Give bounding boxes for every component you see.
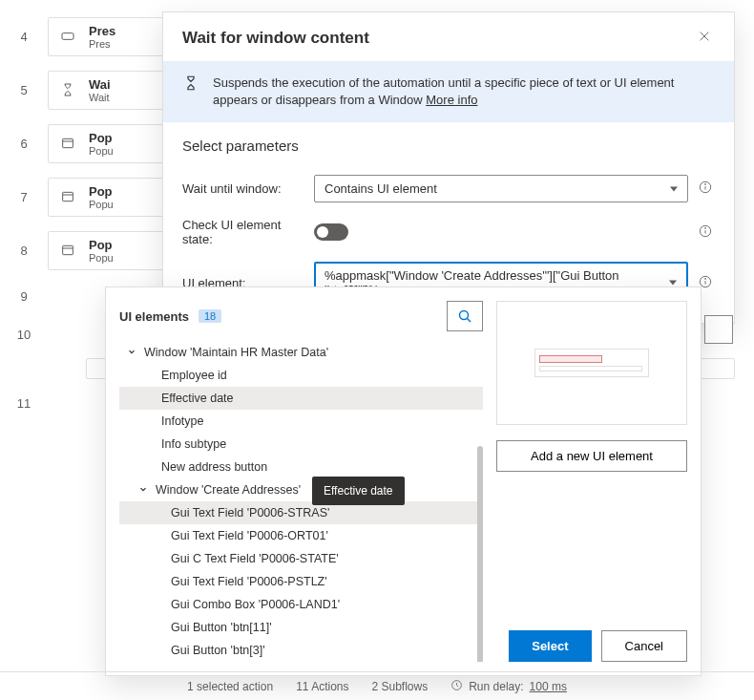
tree-item[interactable]: Gui C Text Field 'P0006-STATE' xyxy=(119,547,483,570)
tree-group-label: Window 'Maintain HR Master Data' xyxy=(144,346,328,359)
action-title: Pop xyxy=(89,238,114,252)
action-subtitle: Wait xyxy=(89,92,111,103)
preview-box xyxy=(496,301,687,425)
picker-header: UI elements 18 xyxy=(119,301,483,331)
run-delay[interactable]: Run delay: 100 ms xyxy=(450,679,567,694)
wait-for-window-dialog: Wait for window content Suspends the exe… xyxy=(162,11,735,324)
window-icon xyxy=(58,134,77,153)
dialog-button-peek[interactable] xyxy=(704,315,733,344)
svg-rect-5 xyxy=(63,245,73,254)
picker-title: UI elements xyxy=(119,309,189,324)
svg-line-19 xyxy=(468,319,471,323)
info-banner: Suspends the execution of the automation… xyxy=(163,61,734,122)
ui-element-picker: UI elements 18 Window 'Maintain HR Maste… xyxy=(105,286,702,676)
svg-point-17 xyxy=(705,278,706,279)
action-title: Pres xyxy=(89,24,115,38)
keyboard-icon xyxy=(58,27,77,46)
clock-icon xyxy=(450,679,463,694)
status-subflows: 2 Subflows xyxy=(372,680,429,693)
tree-item[interactable]: Gui Button 'btn[11]' xyxy=(119,616,483,639)
chevron-down-icon xyxy=(138,484,150,496)
tree-group[interactable]: Window 'Maintain HR Master Data' xyxy=(119,341,483,364)
preview-image xyxy=(534,349,649,377)
status-bar: 1 selected action 11 Actions 2 Subflows … xyxy=(0,671,754,700)
tree-item[interactable]: Gui Text Field 'P0006-ORT01' xyxy=(119,524,483,547)
window-icon xyxy=(58,241,77,260)
info-icon[interactable] xyxy=(696,180,715,197)
step-number: 8 xyxy=(0,244,48,258)
dialog-title: Wait for window content xyxy=(182,29,369,48)
window-icon xyxy=(58,187,77,206)
tree-item[interactable]: New address button xyxy=(119,456,483,478)
tree-item[interactable]: Employee id xyxy=(119,364,483,387)
tree-item[interactable]: Gui Combo Box 'P0006-LAND1' xyxy=(119,593,483,616)
action-subtitle: Popu xyxy=(89,145,114,157)
run-delay-value: 100 ms xyxy=(530,680,567,693)
param-check-state: Check UI element state: xyxy=(163,210,734,254)
hourglass-icon xyxy=(58,80,77,99)
run-delay-label: Run delay: xyxy=(469,680,523,693)
tree-group[interactable]: Window 'Create Addresses' xyxy=(119,478,483,501)
section-title: Select parameters xyxy=(163,122,734,167)
action-title: Pop xyxy=(89,184,114,199)
step-number: 7 xyxy=(0,190,48,204)
step-number: 4 xyxy=(0,30,48,44)
tree-item[interactable]: Gui Text Field 'P0006-STRAS' xyxy=(119,501,483,524)
more-info-link[interactable]: More info xyxy=(426,93,477,107)
tree-item[interactable]: Info subtype xyxy=(119,433,483,456)
status-selected: 1 selected action xyxy=(187,680,273,693)
tree-item[interactable]: Effective date xyxy=(119,387,483,410)
info-icon[interactable] xyxy=(696,224,715,241)
close-button[interactable] xyxy=(694,26,715,50)
step-number: 10 xyxy=(0,328,48,342)
action-subtitle: Popu xyxy=(89,252,114,264)
add-ui-element-button[interactable]: Add a new UI element xyxy=(496,440,687,472)
status-actions: 11 Actions xyxy=(296,680,348,693)
param-wait-until: Wait until window: Contains UI element xyxy=(163,167,734,210)
param-label: Check UI element state: xyxy=(182,218,306,246)
action-title: Wai xyxy=(89,77,111,92)
check-state-toggle[interactable] xyxy=(314,223,348,241)
chevron-down-icon xyxy=(127,347,138,358)
svg-point-14 xyxy=(705,227,706,228)
svg-rect-1 xyxy=(63,138,73,147)
dialog-header: Wait for window content xyxy=(163,12,734,61)
svg-point-11 xyxy=(705,184,706,185)
tooltip: Effective date xyxy=(312,477,405,505)
wait-until-select[interactable]: Contains UI element xyxy=(314,175,688,202)
ui-element-tree: Window 'Maintain HR Master Data' Employe… xyxy=(119,341,483,662)
param-label: Wait until window: xyxy=(182,181,306,196)
action-title: Pop xyxy=(89,131,114,145)
tree-item[interactable]: Infotype xyxy=(119,410,483,433)
select-button[interactable]: Select xyxy=(509,630,591,662)
step-number: 11 xyxy=(0,396,48,411)
step-number: 5 xyxy=(0,83,48,97)
tree-item[interactable]: Gui Button 'btn[3]' xyxy=(119,639,483,662)
hourglass-icon xyxy=(182,74,199,95)
action-subtitle: Pres xyxy=(89,38,115,50)
action-subtitle: Popu xyxy=(89,199,114,210)
tree-group-label: Window 'Create Addresses' xyxy=(156,483,301,497)
step-number: 6 xyxy=(0,137,48,151)
count-badge: 18 xyxy=(199,309,221,323)
svg-rect-0 xyxy=(62,33,73,40)
scrollbar[interactable] xyxy=(477,446,483,662)
svg-rect-3 xyxy=(63,192,73,201)
search-button[interactable] xyxy=(447,301,483,331)
step-number: 9 xyxy=(0,289,48,304)
picker-footer: Select Cancel xyxy=(496,621,687,662)
svg-point-18 xyxy=(460,311,469,320)
cancel-button[interactable]: Cancel xyxy=(601,630,687,662)
tree-item[interactable]: Gui Text Field 'P0006-PSTLZ' xyxy=(119,570,483,593)
